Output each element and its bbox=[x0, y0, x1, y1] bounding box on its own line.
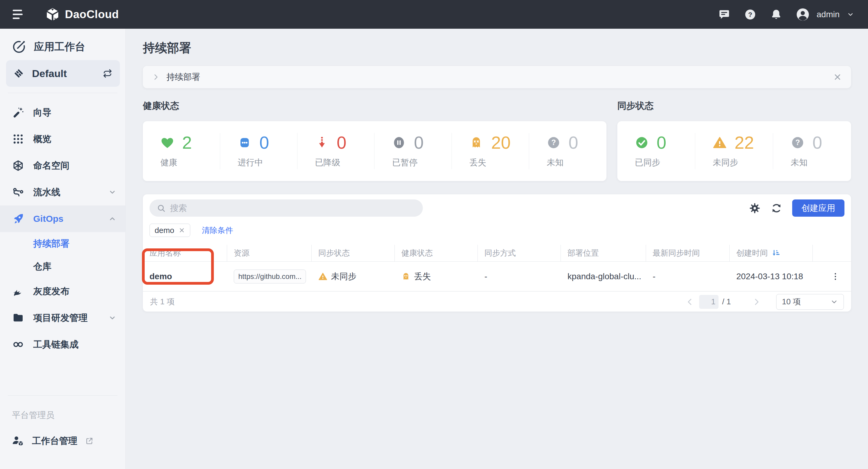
chevron-right-icon bbox=[152, 73, 160, 81]
workspace-icon bbox=[13, 68, 24, 79]
column-header-sync-status: 同步状态 bbox=[312, 245, 395, 261]
refresh-button[interactable] bbox=[770, 202, 782, 214]
column-header-created-sortable[interactable]: 创建时间 bbox=[736, 248, 780, 258]
sidebar-nav: 向导 概览 bbox=[0, 99, 125, 358]
svg-text:?: ? bbox=[748, 10, 752, 18]
cell-resource: https://github.com... bbox=[227, 262, 312, 291]
cell-app-name[interactable]: demo bbox=[143, 262, 227, 291]
stat-missing: 20 丢失 bbox=[452, 121, 529, 181]
stat-value: 2 bbox=[182, 134, 192, 151]
page-number-input[interactable] bbox=[699, 295, 718, 309]
chat-icon bbox=[718, 9, 730, 20]
column-header-location: 部署位置 bbox=[561, 245, 646, 261]
sidebar-item-label: 持续部署 bbox=[33, 237, 69, 250]
search-box bbox=[150, 200, 423, 217]
infinity-icon bbox=[12, 339, 24, 351]
cell-location: kpanda-global-clu... bbox=[561, 262, 646, 291]
stat-value: 0 bbox=[414, 134, 424, 151]
page-size-select[interactable]: 10 项 bbox=[776, 294, 844, 310]
sidebar-item-overview[interactable]: 概览 bbox=[0, 126, 125, 152]
stat-label: 已降级 bbox=[315, 157, 375, 168]
column-header-last-sync: 最新同步时间 bbox=[646, 245, 730, 261]
chevron-right-icon bbox=[752, 297, 761, 306]
stat-value: 0 bbox=[812, 134, 822, 151]
filter-tag-remove-button[interactable] bbox=[179, 227, 185, 234]
stat-label: 已同步 bbox=[635, 157, 695, 168]
search-input[interactable] bbox=[170, 203, 415, 213]
app-root: DaoCloud ? bbox=[0, 0, 868, 469]
table-row[interactable]: demo https://github.com... 未同步 bbox=[143, 262, 851, 291]
sidebar-item-repository[interactable]: 仓库 bbox=[0, 255, 125, 278]
banner-close-button[interactable] bbox=[833, 72, 842, 82]
sidebar-item-label: 工具链集成 bbox=[33, 339, 79, 351]
sort-descending-icon bbox=[771, 249, 780, 258]
filter-tag: demo bbox=[150, 224, 190, 237]
sidebar-item-pipeline[interactable]: 流水线 bbox=[0, 179, 125, 205]
brand-name: DaoCloud bbox=[65, 8, 119, 21]
sidebar-item-gitops[interactable]: GitOps bbox=[0, 205, 125, 232]
sidebar-item-namespace[interactable]: 命名空间 bbox=[0, 152, 125, 179]
sidebar-item-label: 概览 bbox=[33, 133, 51, 145]
column-header-app-name: 应用名称 bbox=[143, 245, 227, 261]
create-app-button[interactable]: 创建应用 bbox=[792, 200, 844, 217]
sidebar-item-project-management[interactable]: 项目研发管理 bbox=[0, 304, 125, 331]
sidebar-item-wizard[interactable]: 向导 bbox=[0, 99, 125, 126]
feedback-button[interactable] bbox=[718, 8, 730, 21]
stat-value: 20 bbox=[491, 134, 511, 151]
folder-icon bbox=[12, 312, 24, 324]
sidebar-item-continuous-deployment[interactable]: 持续部署 bbox=[0, 232, 125, 255]
health-section-title: 健康状态 bbox=[143, 100, 607, 112]
top-header: DaoCloud ? bbox=[0, 0, 868, 29]
sidebar-item-gray-release[interactable]: 灰度发布 bbox=[0, 278, 125, 304]
stat-label: 已暂停 bbox=[392, 157, 452, 168]
stat-healthy: 2 健康 bbox=[143, 121, 220, 181]
notifications-button[interactable] bbox=[770, 8, 782, 21]
table-header: 应用名称 资源 同步状态 健康状态 同步方式 部署位置 最新同步时间 创建时间 bbox=[143, 245, 851, 262]
dots-grid-icon bbox=[12, 133, 24, 145]
sync-section-title: 同步状态 bbox=[617, 100, 654, 112]
settings-button[interactable] bbox=[749, 202, 761, 214]
sidebar-item-label: GitOps bbox=[33, 214, 63, 224]
column-header-actions bbox=[813, 245, 851, 261]
clear-filters-link[interactable]: 清除条件 bbox=[202, 225, 233, 236]
stat-label: 丢失 bbox=[469, 157, 529, 168]
close-icon bbox=[179, 227, 185, 234]
daocloud-logo-icon bbox=[45, 7, 60, 22]
menu-toggle-button[interactable] bbox=[11, 8, 25, 21]
bell-icon bbox=[770, 9, 782, 20]
sidebar-divider bbox=[8, 395, 118, 395]
pagination: 共 1 项 / 1 bbox=[143, 291, 851, 312]
prev-page-button[interactable] bbox=[685, 297, 694, 306]
sync-status-card: 0 已同步 22 未同步 bbox=[617, 121, 851, 181]
username: admin bbox=[817, 10, 840, 19]
stat-out-of-sync: 22 未同步 bbox=[695, 121, 773, 181]
stat-progressing: 0 进行中 bbox=[220, 121, 298, 181]
health-status-text: 丢失 bbox=[414, 271, 431, 282]
warning-triangle-icon bbox=[318, 272, 328, 281]
kebab-menu-icon bbox=[831, 272, 840, 281]
page-size-value: 10 项 bbox=[782, 296, 801, 307]
filter-tag-label: demo bbox=[155, 226, 174, 235]
switch-workspace-icon[interactable] bbox=[102, 68, 113, 79]
avatar bbox=[796, 8, 809, 21]
workspace-selector[interactable]: Default bbox=[6, 60, 120, 87]
stat-suspended: 0 已暂停 bbox=[374, 121, 452, 181]
help-button[interactable]: ? bbox=[744, 8, 756, 21]
stat-degraded: 0 已降级 bbox=[298, 121, 375, 181]
sidebar-item-workbench-management[interactable]: 工作台管理 bbox=[0, 429, 125, 453]
sidebar-item-toolchain[interactable]: 工具链集成 bbox=[0, 331, 125, 358]
column-header-health-status: 健康状态 bbox=[395, 245, 478, 261]
user-cube-icon bbox=[12, 435, 24, 447]
magic-wand-icon bbox=[12, 106, 24, 118]
rocket-icon bbox=[12, 213, 24, 225]
stat-value: 22 bbox=[735, 134, 754, 151]
sidebar-divider bbox=[8, 93, 118, 93]
user-menu[interactable]: admin bbox=[796, 8, 854, 21]
next-page-button[interactable] bbox=[752, 297, 761, 306]
svg-text:?: ? bbox=[552, 138, 556, 147]
row-actions-button[interactable] bbox=[831, 272, 840, 281]
sidebar: 应用工作台 Default bbox=[0, 29, 126, 469]
chevron-down-icon bbox=[847, 11, 854, 18]
gear-icon bbox=[749, 202, 761, 214]
stat-value: 0 bbox=[337, 134, 346, 151]
